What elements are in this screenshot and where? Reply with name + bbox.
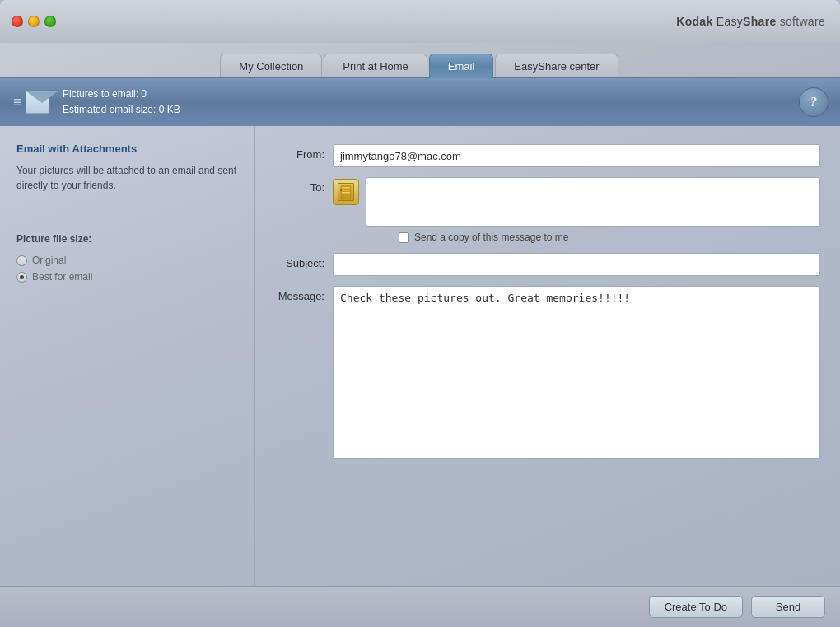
- tab-bar: My Collection Print at Home Email EasySh…: [0, 43, 840, 77]
- svg-rect-2: [342, 190, 350, 191]
- svg-rect-3: [342, 192, 350, 194]
- address-book-button[interactable]: [333, 179, 359, 205]
- to-area: Send a copy of this message to me: [366, 177, 820, 243]
- tab-email[interactable]: Email: [429, 54, 494, 78]
- brand-easy: Easy: [716, 15, 743, 28]
- brand-software: software: [777, 15, 826, 28]
- tab-easyshare[interactable]: EasyShare center: [495, 54, 618, 78]
- tab-collection[interactable]: My Collection: [220, 54, 322, 78]
- brand-kodak: Kodak: [676, 15, 712, 28]
- close-button[interactable]: [12, 16, 23, 27]
- subject-label: Subject:: [275, 253, 333, 269]
- copy-checkbox-label: Send a copy of this message to me: [414, 232, 568, 243]
- picture-size-label: Picture file size:: [16, 233, 238, 245]
- svg-rect-4: [340, 189, 342, 191]
- header-text: Pictures to email: 0 Estimated email siz…: [63, 87, 180, 118]
- maximize-button[interactable]: [44, 16, 56, 27]
- minimize-button[interactable]: [28, 16, 40, 27]
- list-icon: ≡: [13, 94, 22, 111]
- send-button[interactable]: Send: [751, 596, 825, 618]
- from-row: From:: [275, 144, 820, 167]
- left-panel-description: Your pictures will be attached to an ema…: [16, 163, 238, 193]
- address-book-icon: [338, 183, 354, 201]
- estimated-size: Estimated email size: 0 KB: [63, 102, 180, 118]
- message-input[interactable]: Check these pictures out. Great memories…: [333, 286, 820, 459]
- radio-label-best-for-email: Best for email: [32, 271, 92, 283]
- main-window: Kodak EasyShare software My Collection P…: [0, 0, 840, 627]
- copy-checkbox-row: Send a copy of this message to me: [399, 232, 820, 243]
- divider: [16, 218, 238, 218]
- email-envelope-icon: [26, 91, 49, 114]
- subject-input[interactable]: [333, 253, 820, 276]
- copy-checkbox[interactable]: [399, 232, 409, 243]
- to-label: To:: [275, 177, 333, 194]
- message-label: Message:: [275, 286, 333, 302]
- svg-rect-1: [342, 187, 350, 189]
- from-label: From:: [275, 144, 333, 161]
- right-panel: From: To:: [255, 126, 840, 586]
- brand-share: Share: [743, 15, 776, 28]
- book-svg: [340, 185, 352, 199]
- tab-print[interactable]: Print at Home: [324, 54, 427, 78]
- radio-original[interactable]: Original: [16, 255, 238, 266]
- bottom-bar: Create To Do Send: [0, 586, 840, 627]
- from-input[interactable]: [333, 144, 820, 167]
- left-panel-title: Email with Attachments: [16, 143, 238, 155]
- message-row: Message: Check these pictures out. Great…: [275, 286, 820, 459]
- titlebar: Kodak EasyShare software: [0, 0, 840, 43]
- main-content: My Collection Print at Home Email EasySh…: [0, 43, 840, 627]
- radio-btn-best-for-email[interactable]: [16, 272, 27, 283]
- left-panel: Email with Attachments Your pictures wil…: [0, 126, 255, 586]
- to-row: To:: [275, 177, 820, 243]
- header-bar: ≡ Pictures to email: 0 Estimated email s…: [0, 77, 840, 126]
- traffic-lights: [12, 16, 56, 27]
- email-icon-container: ≡: [13, 87, 49, 117]
- create-todo-button[interactable]: Create To Do: [649, 596, 743, 618]
- body-area: Email with Attachments Your pictures wil…: [0, 126, 840, 586]
- help-button[interactable]: ?: [799, 87, 828, 117]
- radio-best-for-email[interactable]: Best for email: [16, 271, 238, 283]
- pictures-to-email: Pictures to email: 0: [63, 87, 180, 102]
- app-title: Kodak EasyShare software: [676, 15, 825, 28]
- radio-label-original: Original: [32, 255, 66, 266]
- subject-row: Subject:: [275, 253, 820, 276]
- radio-btn-original[interactable]: [16, 255, 27, 266]
- to-input[interactable]: [366, 177, 820, 227]
